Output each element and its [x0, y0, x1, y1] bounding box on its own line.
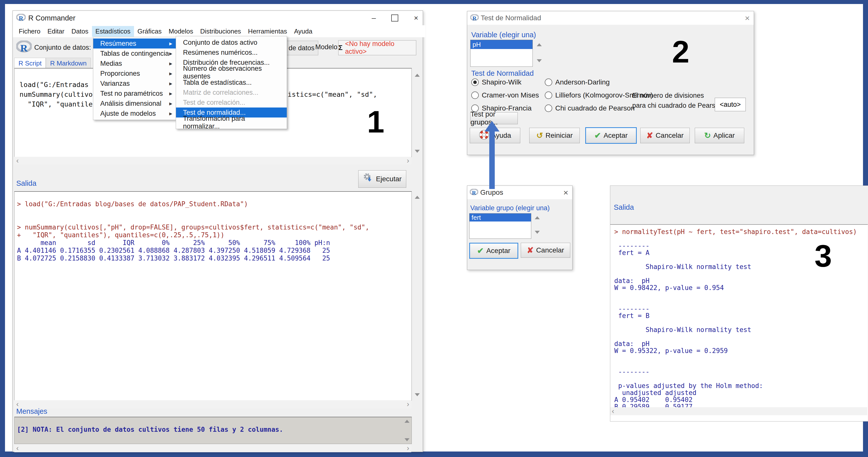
menu-distribuciones[interactable]: Distribuciones [197, 26, 245, 37]
scroll-right-icon[interactable]: › [407, 157, 409, 164]
messages-scroll-up-icon[interactable] [404, 420, 409, 423]
window-title: R Commander [28, 14, 75, 22]
model-value: <No hay modelo activo> [345, 40, 416, 56]
output-panel: Salida > normalityTest(pH ~ fert, test="… [610, 185, 868, 422]
mensajes-label: Mensajes [16, 407, 47, 416]
listbox-item-ph[interactable]: pH [470, 40, 532, 49]
menu-graficas[interactable]: Gráficas [134, 26, 165, 37]
menu-item[interactable]: Test no paramétricos▸ [93, 89, 176, 98]
panel-hscrollbar[interactable]: ‹ [610, 407, 867, 415]
scroll-right-icon[interactable]: › [407, 400, 409, 408]
variable-listbox[interactable]: pH [470, 40, 533, 67]
menu-estadisticos[interactable]: Estadísticos [92, 26, 134, 37]
menu-item[interactable]: Transformación para normalizar... [176, 118, 287, 127]
script-scroll-down-icon[interactable] [415, 150, 420, 153]
x-icon: ✘ [647, 131, 653, 140]
menu-item[interactable]: Análisis dimensional▸ [93, 98, 176, 109]
divisions-input[interactable]: <auto> [715, 98, 746, 111]
radio-cramer-von-mises[interactable]: Cramer-von Mises [471, 91, 539, 99]
output-scroll-up-icon[interactable] [415, 196, 420, 199]
arrow-head [485, 121, 499, 131]
r-logo-toolbar-icon: R [16, 40, 32, 55]
menu-modelos[interactable]: Modelos [165, 26, 197, 37]
screenshot-canvas: R R Commander – × Fichero Editar Datos E… [0, 0, 868, 457]
cancelar-button[interactable]: ✘ Cancelar [521, 243, 570, 258]
reiniciar-button[interactable]: ↺ Reiniciar [529, 128, 580, 143]
submenu-arrow-icon: ▸ [169, 40, 172, 47]
menu-herramientas[interactable]: Herramientas [245, 26, 290, 37]
list-scroll-down-icon[interactable] [535, 231, 540, 234]
submenu-arrow-icon: ▸ [169, 60, 172, 67]
menu-item[interactable]: Proporciones▸ [93, 68, 176, 79]
check-icon: ✔ [594, 131, 601, 140]
menu-item[interactable]: Número de observaciones ausentes [176, 67, 287, 78]
output-hscrollbar[interactable]: ‹ › [14, 400, 411, 408]
grupos-dialog: R Grupos × Variable grupo (elegir una) f… [467, 185, 572, 270]
r-logo-icon: R [16, 14, 26, 22]
model-button[interactable]: Σ <No hay modelo activo> [338, 40, 416, 55]
scroll-left-icon[interactable]: ‹ [16, 400, 19, 408]
messages-scroll-down-icon[interactable] [404, 438, 409, 441]
messages-hscrollbar[interactable]: ‹ › [14, 444, 411, 452]
cancelar-button[interactable]: ✘ Cancelar [640, 128, 690, 143]
listbox-item-fert[interactable]: fert [469, 213, 531, 221]
close-button[interactable]: × [414, 14, 418, 22]
aplicar-button[interactable]: ↻ Aplicar [695, 128, 744, 143]
tab-r-markdown[interactable]: R Markdown [46, 58, 91, 69]
menu-item[interactable]: Varianzas▸ [93, 79, 176, 89]
close-icon[interactable]: × [563, 188, 568, 197]
undo-icon: ↺ [536, 131, 543, 140]
menu-datos[interactable]: Datos [68, 26, 92, 37]
menu-item[interactable]: Resúmenes▸ [93, 38, 176, 49]
ejecutar-button[interactable]: Ejecutar [358, 170, 406, 188]
salida-label: Salida [16, 179, 36, 187]
radio-chi-cuadrado[interactable]: Chi cuadrado de Pearson [545, 104, 635, 112]
close-icon[interactable]: × [745, 13, 750, 23]
radio-icon [545, 104, 552, 112]
editor-tabs: R Script R Markdown [14, 58, 91, 69]
annotation-number-3: 3 [814, 240, 832, 272]
submenu-arrow-icon: ▸ [169, 100, 172, 107]
radio-icon [545, 79, 552, 86]
test-section-label: Test de Normalidad [471, 69, 534, 78]
radio-shapiro-wilk[interactable]: Shapiro-Wilk [471, 78, 522, 86]
scroll-left-icon[interactable]: ‹ [16, 444, 19, 452]
page-background: R R Commander – × Fichero Editar Datos E… [5, 4, 863, 452]
scroll-right-icon[interactable]: › [407, 444, 409, 452]
menu-ayuda[interactable]: Ayuda [290, 26, 316, 37]
submenu-arrow-icon: ▸ [169, 90, 172, 97]
menu-editar[interactable]: Editar [44, 26, 68, 37]
aceptar-button[interactable]: ✔ Aceptar [585, 127, 637, 144]
output-scroll-down-icon[interactable] [415, 393, 420, 396]
r-logo-icon: R [470, 14, 479, 22]
aceptar-button[interactable]: ✔ Aceptar [469, 243, 518, 259]
menu-item[interactable]: Conjunto de datos activo [176, 37, 287, 48]
script-hscrollbar[interactable]: ‹ › [14, 157, 411, 165]
output-text: > load("G:/Entradas blog/bases de datos/… [17, 200, 369, 262]
divisions-note-line2: para chi cuadrado de Pearson [632, 102, 723, 110]
maximize-button[interactable] [391, 14, 398, 22]
svg-text:R: R [472, 15, 477, 21]
list-scroll-down-icon[interactable] [537, 59, 542, 62]
dialog-title-bar: R Grupos × [467, 186, 572, 199]
group-variable-listbox[interactable]: fert [469, 213, 531, 239]
message-text: [2] NOTA: El conjunto de datos cultivos … [17, 426, 283, 433]
menu-item[interactable]: Medias▸ [93, 59, 176, 68]
list-scroll-up-icon[interactable] [535, 216, 540, 219]
dialog-title: Test de Normalidad [481, 14, 541, 22]
scroll-left-icon[interactable]: ‹ [16, 157, 19, 164]
menu-item[interactable]: Tablas de contingencia▸ [93, 49, 176, 59]
radio-anderson-darling[interactable]: Anderson-Darling [545, 78, 610, 86]
output-area[interactable]: > load("G:/Entradas blog/bases de datos/… [14, 191, 412, 400]
menu-item[interactable]: Ajuste de modelos▸ [93, 109, 176, 119]
menu-fichero[interactable]: Fichero [15, 26, 44, 37]
script-scroll-up-icon[interactable] [415, 74, 420, 77]
minimize-button[interactable]: – [372, 14, 376, 22]
scroll-left-icon[interactable]: ‹ [612, 407, 614, 415]
list-scroll-up-icon[interactable] [537, 43, 542, 46]
annotation-number-1: 1 [367, 106, 384, 137]
tab-r-script[interactable]: R Script [14, 58, 46, 69]
menu-item[interactable]: Resúmenes numéricos... [176, 48, 287, 58]
messages-area[interactable]: [2] NOTA: El conjunto de datos cultivos … [14, 417, 412, 444]
redo-icon: ↻ [704, 131, 711, 140]
